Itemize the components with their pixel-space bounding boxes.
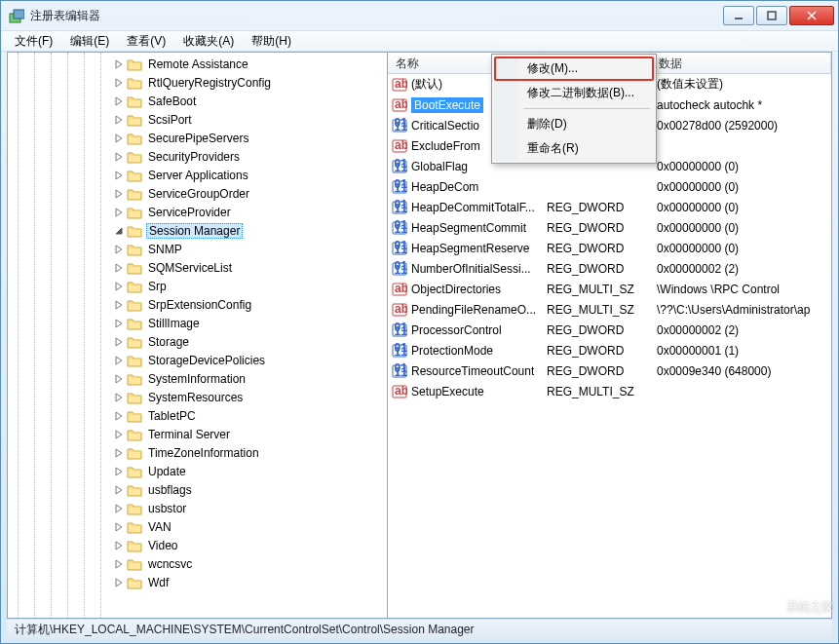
list-row[interactable]: SetupExecuteREG_MULTI_SZ [388,381,831,401]
expand-icon[interactable] [113,410,125,422]
value-data: 0x00278d00 (2592000) [657,119,778,133]
expand-icon[interactable] [113,447,125,459]
expand-icon[interactable] [113,207,125,218]
ctx-modify[interactable]: 修改(M)... [494,57,654,81]
tree-node[interactable]: SafeBoot [10,92,387,110]
col-data[interactable]: 数据 [651,53,831,73]
tree-node[interactable]: RtlQueryRegistryConfig [10,73,387,92]
tree-node[interactable]: SecurityProviders [10,147,387,166]
value-data: autocheck autochk * [657,98,762,112]
tree-node-label: SrpExtensionConfig [146,297,253,313]
ctx-modify-binary[interactable]: 修改二进制数据(B)... [494,81,654,105]
menu-edit[interactable]: 编辑(E) [62,31,117,52]
list-row[interactable]: HeapDeCom0x00000000 (0) [388,176,831,197]
tree-node[interactable]: TimeZoneInformation [10,443,387,462]
expand-icon[interactable] [113,577,125,588]
tree-node[interactable]: Terminal Server [10,425,387,443]
tree-node[interactable]: usbflags [10,480,387,499]
expand-icon[interactable] [113,373,125,385]
tree-node-label: TimeZoneInformation [146,445,261,461]
tree-node-label: SNMP [146,242,184,257]
expand-icon[interactable] [113,188,125,200]
tree-node[interactable]: VAN [10,517,387,536]
tree-node[interactable]: StorageDevicePolicies [10,351,387,369]
folder-icon [127,446,142,460]
app-icon [9,8,24,23]
expand-icon[interactable] [113,336,125,348]
expand-icon[interactable] [113,114,125,126]
list-row[interactable]: ObjectDirectoriesREG_MULTI_SZ\Windows \R… [388,279,831,299]
expand-icon[interactable] [113,133,125,144]
tree-node-label: Terminal Server [146,427,232,442]
tree-node[interactable]: ServiceGroupOrder [10,184,387,203]
expand-icon[interactable] [113,244,125,255]
expand-icon[interactable] [113,77,125,89]
list-row[interactable]: ProtectionModeREG_DWORD0x00000001 (1) [388,340,831,360]
tree-node[interactable]: wcncsvc [10,554,387,573]
tree-node[interactable]: StillImage [10,314,387,332]
expand-icon[interactable] [113,151,125,163]
tree-node-label: ServiceGroupOrder [146,186,251,202]
list-row[interactable]: PendingFileRenameO...REG_MULTI_SZ\??\C:\… [388,299,831,320]
expand-icon[interactable] [113,503,125,514]
tree-node[interactable]: SecurePipeServers [10,129,387,147]
expand-icon[interactable] [113,281,125,292]
tree-node[interactable]: SystemResources [10,388,387,406]
value-data: \Windows \RPC Control [657,283,780,296]
expand-icon[interactable] [113,355,125,366]
tree-node[interactable]: ServiceProvider [10,203,387,221]
tree-node[interactable]: SNMP [10,240,387,258]
folder-icon [127,261,142,275]
menu-file[interactable]: 文件(F) [7,31,60,52]
expand-icon[interactable] [113,429,125,440]
folder-icon [127,576,142,589]
tree-node[interactable]: Storage [10,332,387,351]
expand-icon[interactable] [113,95,125,107]
tree-node[interactable]: SQMServiceList [10,258,387,277]
expand-icon[interactable] [113,521,125,533]
list-row[interactable]: NumberOfInitialSessi...REG_DWORD0x000000… [388,258,831,279]
tree-node[interactable]: Video [10,536,387,554]
value-type-icon [392,179,407,195]
expand-icon[interactable] [113,484,125,496]
expand-icon[interactable] [113,170,125,181]
expand-icon[interactable] [113,299,125,311]
close-button[interactable] [789,6,834,25]
value-name: CriticalSectio [411,119,479,133]
tree-node[interactable]: Session Manager [10,221,387,240]
tree-node[interactable]: TabletPC [10,406,387,425]
list-row[interactable]: ProcessorControlREG_DWORD0x00000002 (2) [388,320,831,340]
list-row[interactable]: ResourceTimeoutCountREG_DWORD0x0009e340 … [388,360,831,381]
menu-favorites[interactable]: 收藏夹(A) [175,31,242,52]
list-row[interactable]: HeapSegmentReserveREG_DWORD0x00000000 (0… [388,238,831,258]
folder-icon [127,409,142,423]
expand-icon[interactable] [113,540,125,551]
expand-icon[interactable] [113,262,125,274]
maximize-button[interactable] [756,6,787,25]
expand-icon[interactable] [113,225,125,237]
expand-icon[interactable] [113,558,125,570]
tree-node[interactable]: usbstor [10,499,387,517]
value-data: (数值未设置) [657,77,723,91]
expand-icon[interactable] [113,392,125,403]
menu-view[interactable]: 查看(V) [119,31,173,52]
expand-icon[interactable] [113,58,125,70]
ctx-rename[interactable]: 重命名(R) [494,136,654,161]
tree-node[interactable]: SystemInformation [10,369,387,388]
tree-node[interactable]: Srp [10,277,387,295]
menu-help[interactable]: 帮助(H) [244,31,299,52]
tree-node[interactable]: ScsiPort [10,110,387,129]
tree-node[interactable]: Server Applications [10,166,387,184]
tree-node[interactable]: Update [10,462,387,480]
minimize-button[interactable] [723,6,754,25]
tree-node[interactable]: SrpExtensionConfig [10,295,387,314]
list-row[interactable]: HeapSegmentCommitREG_DWORD0x00000000 (0) [388,217,831,238]
tree-node[interactable]: Remote Assistance [10,55,387,73]
tree-node[interactable]: Wdf [10,573,387,591]
titlebar[interactable]: 注册表编辑器 [1,1,838,30]
expand-icon[interactable] [113,466,125,477]
tree-pane[interactable]: Remote AssistanceRtlQueryRegistryConfigS… [8,53,388,618]
ctx-delete[interactable]: 删除(D) [494,112,654,136]
expand-icon[interactable] [113,318,125,329]
list-row[interactable]: HeapDeCommitTotalF...REG_DWORD0x00000000… [388,197,831,217]
